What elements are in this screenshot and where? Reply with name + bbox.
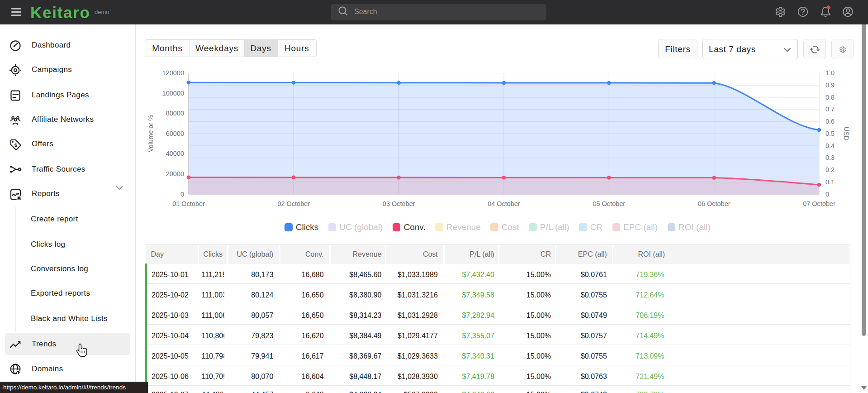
svg-text:0.8: 0.8 [825, 94, 835, 101]
svg-text:0: 0 [180, 191, 184, 198]
svg-text:USD: USD [843, 127, 850, 141]
svg-text:05 October: 05 October [593, 200, 625, 207]
svg-text:0.2: 0.2 [825, 166, 835, 173]
svg-text:01 October: 01 October [172, 200, 205, 207]
svg-text:$: $ [14, 142, 17, 148]
svg-text:06 October: 06 October [698, 200, 730, 207]
svg-text:02 October: 02 October [277, 200, 310, 207]
svg-text:0.4: 0.4 [825, 142, 835, 149]
svg-text:20000: 20000 [166, 170, 184, 177]
svg-text:0.9: 0.9 [825, 81, 835, 89]
svg-text:0.1: 0.1 [825, 178, 835, 186]
svg-text:0.5: 0.5 [825, 130, 835, 137]
svg-text:60000: 60000 [166, 130, 184, 137]
svg-text:40000: 40000 [166, 150, 184, 157]
svg-text:0.7: 0.7 [825, 105, 835, 113]
svg-text:1.0: 1.0 [825, 69, 835, 77]
svg-text:04 October: 04 October [488, 200, 520, 207]
svg-text:80000: 80000 [166, 110, 184, 117]
svg-text:0.6: 0.6 [825, 118, 835, 125]
svg-text:03 October: 03 October [383, 200, 415, 207]
svg-text:0.3: 0.3 [825, 154, 835, 161]
svg-text:0: 0 [825, 191, 829, 198]
svg-text:Volume or %: Volume or % [147, 115, 154, 152]
svg-text:07 October: 07 October [803, 200, 835, 207]
svg-text:100000: 100000 [162, 90, 184, 97]
svg-text:120000: 120000 [162, 69, 184, 77]
